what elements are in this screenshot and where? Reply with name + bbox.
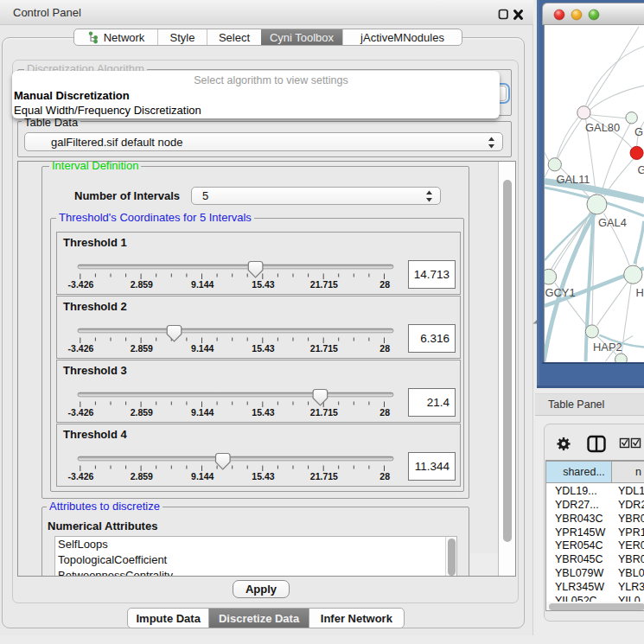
svg-text:G.: G. [634,125,644,138]
svg-text:15.43: 15.43 [252,406,274,417]
svg-text:GAL80: GAL80 [585,121,620,134]
svg-text:21.715: 21.715 [310,342,338,353]
svg-text:9.144: 9.144 [191,278,214,289]
svg-text:9.144: 9.144 [191,470,214,481]
svg-text:-3.426: -3.426 [68,342,94,353]
svg-text:2.859: 2.859 [131,470,153,481]
svg-text:2.859: 2.859 [131,406,153,417]
svg-text:21.715: 21.715 [310,278,338,289]
svg-text:G: G [638,163,644,176]
svg-text:H: H [636,286,644,299]
svg-text:21.715: 21.715 [310,406,338,417]
svg-text:15.43: 15.43 [252,278,274,289]
svg-text:9.144: 9.144 [191,406,214,417]
svg-text:28: 28 [379,470,390,481]
svg-text:HAP2: HAP2 [593,341,622,354]
svg-text:2.859: 2.859 [131,342,153,353]
svg-text:15.43: 15.43 [252,470,274,481]
svg-text:2.859: 2.859 [131,278,153,289]
svg-text:21.715: 21.715 [310,470,338,481]
svg-text:-3.426: -3.426 [68,406,94,417]
svg-text:28: 28 [379,278,390,289]
svg-text:GAL11: GAL11 [556,173,590,186]
svg-text:28: 28 [379,342,390,353]
svg-text:GAL4: GAL4 [598,216,627,229]
svg-text:9.144: 9.144 [191,342,214,353]
svg-text:-3.426: -3.426 [68,278,94,289]
svg-text:15.43: 15.43 [252,342,274,353]
svg-text:GCY1: GCY1 [545,286,575,299]
svg-text:28: 28 [379,406,390,417]
svg-text:-3.426: -3.426 [68,470,94,481]
